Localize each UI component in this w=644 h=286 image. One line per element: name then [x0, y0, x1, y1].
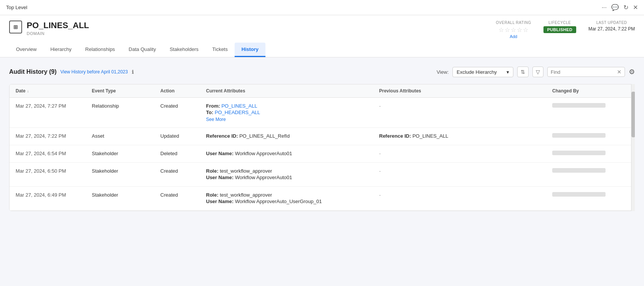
- find-input[interactable]: [551, 69, 615, 75]
- row3-prev-attrs: -: [379, 151, 553, 156]
- row1-action: Created: [160, 103, 206, 109]
- row1-prev-attrs: -: [379, 103, 553, 109]
- settings-icon[interactable]: ⚙: [629, 68, 635, 76]
- row3-date: Mar 27, 2024, 6:54 PM: [16, 151, 92, 156]
- find-box: ✕: [547, 67, 625, 77]
- row4-changed-by: [552, 168, 628, 173]
- row1-event-type: Relationship: [92, 103, 160, 109]
- row5-event-type: Stakeholder: [92, 192, 160, 198]
- row5-action: Created: [160, 192, 206, 198]
- asset-domain: DOMAIN: [27, 31, 89, 36]
- main-content: Audit History (9) View History before Ap…: [0, 57, 644, 220]
- row3-action: Deleted: [160, 151, 206, 156]
- row1-changed-by: [552, 103, 628, 108]
- refresh-icon[interactable]: ↻: [623, 4, 628, 11]
- info-icon[interactable]: ℹ: [132, 69, 134, 75]
- col-date: Date ↓: [16, 88, 92, 94]
- overall-rating-label: OVERALL RATING: [496, 21, 531, 25]
- asset-icon: ⊞: [9, 21, 22, 33]
- top-bar: Top Level ··· 💬 ↻ ✕: [0, 0, 644, 15]
- row3-current-attrs: User Name: Workflow ApproverAuto01: [206, 151, 379, 157]
- row1-attr-to: To: PO_HEADERS_ALL: [206, 110, 379, 115]
- asset-title: PO_LINES_ALL: [27, 21, 89, 30]
- lifecycle-badge: PUBLISHED: [543, 26, 576, 33]
- chat-icon[interactable]: 💬: [611, 4, 619, 11]
- find-clear-icon[interactable]: ✕: [617, 69, 622, 75]
- row2-changed-by-bar: [552, 133, 606, 138]
- table-row: Mar 27, 2024, 6:50 PM Stakeholder Create…: [10, 163, 634, 187]
- star-5[interactable]: ☆: [523, 26, 528, 33]
- tab-overview[interactable]: Overview: [9, 43, 43, 57]
- col-current-attributes: Current Attributes: [206, 88, 379, 94]
- audit-table: Date ↓ Event Type Action Current Attribu…: [9, 84, 635, 211]
- row1-current-attrs: From: PO_LINES_ALL To: PO_HEADERS_ALL Se…: [206, 103, 379, 122]
- header-area: ⊞ PO_LINES_ALL DOMAIN OVERALL RATING ☆ ☆…: [0, 15, 644, 57]
- scrollbar-thumb[interactable]: [631, 92, 635, 137]
- row5-current-attrs: Role: test_workflow_approver User Name: …: [206, 192, 379, 205]
- star-1[interactable]: ☆: [499, 26, 504, 33]
- row1-see-more[interactable]: See More: [206, 117, 379, 122]
- row4-prev-attrs: -: [379, 168, 553, 174]
- row3-changed-by: [552, 151, 628, 155]
- tab-relationships[interactable]: Relationships: [78, 43, 122, 57]
- header-right: OVERALL RATING ☆ ☆ ☆ ☆ ☆ Add LIFECYCLE P…: [496, 21, 635, 39]
- view-select[interactable]: Exclude Hierarchy ▾: [452, 67, 513, 77]
- table-row: Mar 27, 2024, 6:54 PM Stakeholder Delete…: [10, 145, 634, 163]
- row5-date: Mar 27, 2024, 6:49 PM: [16, 192, 92, 198]
- col-action: Action: [160, 88, 206, 94]
- col-changed-by: Changed By: [552, 88, 628, 94]
- tab-tickets[interactable]: Tickets: [205, 43, 235, 57]
- sort-icon[interactable]: ⇅: [517, 67, 529, 77]
- row2-event-type: Asset: [92, 133, 160, 139]
- row5-attr-username: User Name: Workflow ApproverAuto_UserGro…: [206, 199, 379, 204]
- tab-history[interactable]: History: [235, 43, 265, 57]
- lifecycle-label: LIFECYCLE: [543, 21, 576, 25]
- star-2[interactable]: ☆: [505, 26, 510, 33]
- last-updated-value: Mar 27, 2024, 7:22 PM: [588, 26, 635, 32]
- header-main: ⊞ PO_LINES_ALL DOMAIN OVERALL RATING ☆ ☆…: [9, 21, 635, 39]
- row4-attr-role: Role: test_workflow_approver: [206, 168, 379, 174]
- row5-attr-role: Role: test_workflow_approver: [206, 192, 379, 198]
- table-row: Mar 27, 2024, 7:22 PM Asset Updated Refe…: [10, 128, 634, 145]
- view-history-link[interactable]: View History before April 01,2023: [60, 69, 128, 75]
- row1-to-link[interactable]: PO_HEADERS_ALL: [215, 110, 260, 115]
- star-rating: ☆ ☆ ☆ ☆ ☆: [496, 26, 531, 33]
- star-4[interactable]: ☆: [517, 26, 522, 33]
- row4-event-type: Stakeholder: [92, 168, 160, 174]
- col-event-type: Event Type: [92, 88, 160, 94]
- view-label: View:: [436, 69, 449, 75]
- row4-attr-username: User Name: Workflow ApproverAuto01: [206, 175, 379, 180]
- table-container: Date ↓ Event Type Action Current Attribu…: [9, 84, 635, 211]
- row4-changed-by-bar: [552, 168, 606, 173]
- col-previous-attributes: Previous Attributes: [379, 88, 553, 94]
- row4-date: Mar 27, 2024, 6:50 PM: [16, 168, 92, 174]
- row2-attr-refid: Reference ID: PO_LINES_ALL_RefId: [206, 133, 379, 139]
- scrollbar-track[interactable]: [631, 84, 635, 211]
- audit-title-group: Audit History (9) View History before Ap…: [9, 68, 134, 75]
- tabs: Overview Hierarchy Relationships Data Qu…: [9, 43, 635, 57]
- row1-from-link[interactable]: PO_LINES_ALL: [221, 103, 257, 109]
- tab-stakeholders[interactable]: Stakeholders: [163, 43, 205, 57]
- row4-action: Created: [160, 168, 206, 174]
- add-rating-link[interactable]: Add: [496, 34, 531, 39]
- close-icon[interactable]: ✕: [633, 4, 638, 11]
- row3-changed-by-bar: [552, 151, 606, 155]
- table-row: Mar 27, 2024, 6:49 PM Stakeholder Create…: [10, 187, 634, 211]
- ellipsis-icon[interactable]: ···: [602, 4, 607, 11]
- tab-hierarchy[interactable]: Hierarchy: [43, 43, 78, 57]
- row5-changed-by: [552, 192, 628, 197]
- date-sort-icon[interactable]: ↓: [27, 89, 29, 93]
- audit-controls: View: Exclude Hierarchy ▾ ⇅ ▽ ✕ ⚙: [436, 67, 635, 77]
- row2-changed-by: [552, 133, 628, 138]
- row3-event-type: Stakeholder: [92, 151, 160, 156]
- filter-icon[interactable]: ▽: [532, 67, 543, 77]
- last-updated-block: LAST UPDATED Mar 27, 2024, 7:22 PM: [588, 21, 635, 32]
- chevron-down-icon: ▾: [507, 69, 509, 75]
- tab-dataquality[interactable]: Data Quality: [122, 43, 163, 57]
- row2-action: Updated: [160, 133, 206, 139]
- row5-changed-by-bar: [552, 192, 606, 197]
- star-3[interactable]: ☆: [511, 26, 516, 33]
- row2-date: Mar 27, 2024, 7:22 PM: [16, 133, 92, 139]
- top-bar-title: Top Level: [6, 5, 27, 10]
- row2-prev-attrs: Reference ID: PO_LINES_ALL: [379, 133, 553, 139]
